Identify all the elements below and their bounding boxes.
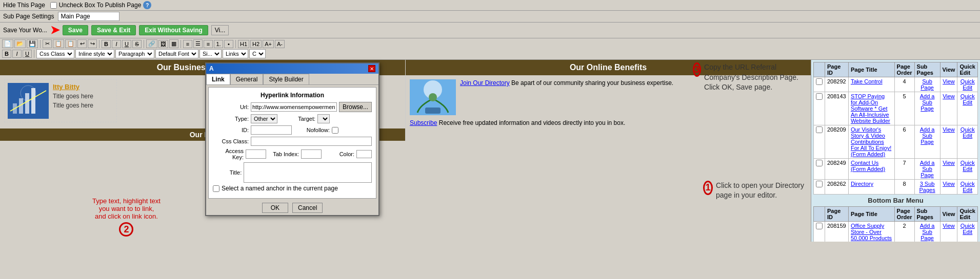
size-select[interactable]: Si...	[199, 49, 222, 58]
links-select[interactable]: Links	[223, 49, 248, 58]
quick-edit-cell: Quick Edit	[957, 92, 978, 125]
tb-align-right[interactable]: ≡	[204, 40, 213, 48]
page-title-link[interactable]: Take Control	[851, 78, 883, 84]
tb-strikethrough[interactable]: S	[132, 40, 142, 48]
row-checkbox[interactable]	[816, 93, 823, 100]
font-select[interactable]: Default Font	[155, 49, 198, 58]
view-cell: View	[940, 77, 957, 92]
tb-bold[interactable]: B	[102, 40, 111, 48]
url-input[interactable]	[251, 102, 337, 112]
quick-edit-link[interactable]: Quick Edit	[961, 181, 975, 193]
tb-cut[interactable]: ✂	[43, 39, 52, 48]
dialog-tab-general[interactable]: General	[230, 74, 264, 84]
page-title-link[interactable]: Directory	[851, 181, 873, 187]
ok-button[interactable]: OK	[262, 203, 288, 213]
tb-underline[interactable]: U	[122, 40, 131, 48]
sub-page-link[interactable]: 3 Sub Pages	[919, 181, 935, 193]
sub-page-link[interactable]: Add a Sub Page	[920, 93, 935, 112]
view-link[interactable]: View	[943, 78, 955, 84]
tb-open[interactable]: 📂	[14, 39, 26, 48]
quick-edit-link[interactable]: Quick Edit	[961, 223, 975, 235]
tb-image[interactable]: 🖼	[158, 40, 168, 48]
access-key-input[interactable]	[246, 149, 266, 159]
tb-align-left[interactable]: ≡	[183, 40, 192, 48]
tb-paste[interactable]: 📋	[65, 39, 76, 48]
tb-format-i[interactable]: I	[12, 50, 22, 58]
row-checkbox[interactable]	[816, 126, 823, 133]
tb-format-b[interactable]: B	[2, 50, 11, 58]
target-select[interactable]	[317, 114, 330, 123]
exit-button[interactable]: Exit Without Saving	[139, 25, 208, 35]
dialog-close-button[interactable]: ✕	[368, 65, 375, 72]
tb-table[interactable]: ▦	[169, 39, 178, 48]
quick-edit-link[interactable]: Quick Edit	[961, 126, 975, 139]
id-input[interactable]	[251, 125, 292, 135]
sub-page-link[interactable]: Add a Sub Page	[920, 223, 935, 241]
quick-edit-link[interactable]: Quick Edit	[961, 78, 975, 91]
color-input[interactable]	[356, 150, 372, 158]
css-class-select[interactable]: Css Class	[36, 49, 74, 58]
tb-new[interactable]: 📄	[2, 39, 13, 48]
hyperlink-title: Hyperlink Information	[213, 92, 372, 99]
sub-page-input[interactable]	[58, 12, 119, 21]
tb-undo[interactable]: ↩	[77, 39, 87, 48]
browse-button[interactable]: Browse...	[339, 102, 372, 112]
vi-button[interactable]: Vi...	[211, 25, 229, 35]
quick-edit-link[interactable]: Quick Edit	[961, 160, 975, 172]
save-exit-button[interactable]: Save & Exit	[91, 25, 136, 35]
css-class-input[interactable]	[251, 137, 372, 146]
view-link[interactable]: View	[943, 126, 955, 133]
cancel-button[interactable]: Cancel	[292, 203, 323, 213]
publish-checkbox[interactable]	[50, 2, 57, 9]
view-cell: View	[940, 180, 957, 195]
tb-ul[interactable]: •	[224, 40, 233, 48]
tb-redo[interactable]: ↪	[88, 39, 97, 48]
row-checkbox[interactable]	[816, 78, 823, 85]
join-link[interactable]: Join Our Directory	[460, 79, 510, 87]
view-link[interactable]: View	[943, 223, 955, 229]
inline-style-select[interactable]: Inline style	[75, 49, 114, 58]
dialog-tab-link[interactable]: Link	[206, 74, 230, 84]
tb-h2[interactable]: H2	[250, 40, 262, 48]
tb-font-size-up[interactable]: A+	[263, 40, 274, 48]
tab-index-input[interactable]	[301, 149, 322, 159]
nofollow-checkbox[interactable]	[332, 127, 338, 134]
tb-save-tb[interactable]: 💾	[27, 39, 38, 48]
paragraph-select[interactable]: Paragraph	[115, 49, 154, 58]
tb-font-size-down[interactable]: A-	[275, 40, 285, 48]
quick-edit-link[interactable]: Quick Edit	[961, 93, 975, 105]
tb-ol[interactable]: 1.	[214, 40, 223, 48]
anchor-checkbox[interactable]	[213, 185, 219, 192]
view-link[interactable]: View	[943, 93, 955, 99]
view-col-header: View	[940, 62, 957, 77]
tb-copy[interactable]: 📋	[53, 39, 64, 48]
card-image-svg	[8, 83, 49, 119]
row-checkbox[interactable]	[816, 223, 823, 229]
dialog-tab-style[interactable]: Style Builder	[263, 74, 309, 84]
row-checkbox[interactable]	[816, 160, 823, 166]
tb-italic[interactable]: I	[112, 40, 121, 48]
subscribe-link[interactable]: Subscribe	[410, 119, 437, 126]
sub-page-link[interactable]: Sub Page	[921, 78, 934, 91]
page-title-link[interactable]: Our Visitor's Story & Video Contribution…	[851, 126, 891, 157]
view-link[interactable]: View	[943, 160, 955, 166]
c-select[interactable]: C	[249, 49, 266, 58]
subscribe-text: Receive free updated information and vid…	[439, 119, 626, 126]
tb-format-u[interactable]: U	[23, 50, 32, 58]
row-checkbox[interactable]	[816, 181, 823, 187]
card1-title[interactable]: Itty Bitty	[53, 83, 113, 91]
editor-scroll[interactable]: Our Business Directory	[0, 60, 811, 242]
save-button[interactable]: Save	[63, 25, 88, 35]
type-select[interactable]: Other	[251, 114, 277, 123]
title-textarea[interactable]	[244, 162, 372, 183]
tb-align-center[interactable]: ☰	[193, 39, 203, 48]
help-button[interactable]: ?	[143, 1, 151, 9]
page-title-link[interactable]: Contact Us (Form Added)	[851, 160, 885, 172]
tb-h1[interactable]: H1	[238, 40, 249, 48]
sub-page-link[interactable]: Add a Sub Page	[920, 160, 935, 178]
sub-page-link[interactable]: Add a Sub Page	[920, 126, 935, 145]
page-title-link[interactable]: Office Supply Store - Over 50,000 Produc…	[851, 223, 892, 242]
page-title-link[interactable]: STOP Paying for Add-On Software * Get An…	[851, 93, 890, 124]
view-link[interactable]: View	[943, 181, 955, 187]
tb-link[interactable]: 🔗	[146, 39, 157, 48]
